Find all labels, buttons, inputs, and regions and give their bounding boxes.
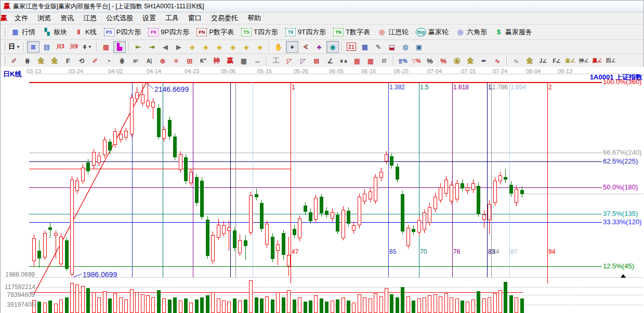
fan-grid-button[interactable]: ⊠: [310, 55, 323, 67]
red-knife-button[interactable]: ✐: [89, 55, 101, 67]
diamond-compress-button[interactable]: ◈: [227, 41, 239, 53]
diamond-full-button[interactable]: ◈: [254, 41, 266, 53]
gann-wheel-button[interactable]: ◎江恩轮: [374, 26, 412, 38]
menu-item-9[interactable]: 帮助: [243, 12, 266, 24]
sectors-button[interactable]: ▚板块: [39, 26, 71, 38]
gold-square-2-button[interactable]: 金: [48, 55, 61, 67]
gold-levels-button[interactable]: 金: [464, 55, 477, 67]
menu-item-1[interactable]: 浏览: [33, 12, 56, 24]
shen-angle-button[interactable]: 神∠: [577, 55, 590, 67]
percent-list-button[interactable]: ≣%: [397, 55, 409, 67]
diamond-expand-button[interactable]: ◈: [240, 41, 253, 53]
clock-button[interactable]: ◔: [102, 55, 115, 67]
p-square-button[interactable]: PSP四方形: [100, 26, 145, 38]
calendar-21-button[interactable]: 21: [345, 41, 358, 53]
a-line-button[interactable]: A|: [143, 55, 155, 67]
period-day-button[interactable]: 日▼: [8, 41, 21, 53]
notes-button[interactable]: ✎: [372, 41, 385, 53]
menu-item-5[interactable]: 设置: [138, 12, 161, 24]
hand-button[interactable]: ✋: [272, 41, 285, 53]
red-wave-button[interactable]: ∿: [491, 55, 504, 67]
menu-item-4[interactable]: 公式选股: [101, 12, 138, 24]
menu-item-6[interactable]: 工具: [161, 12, 183, 24]
four-angle-button[interactable]: 四∠: [604, 55, 617, 67]
slant-lines-button[interactable]: ///: [378, 55, 390, 67]
purple-fan-button[interactable]: ◸: [297, 55, 309, 67]
ink-pen-button[interactable]: ✒: [478, 55, 490, 67]
t-number-button[interactable]: TNT数字表: [330, 26, 374, 38]
percent-button[interactable]: %: [424, 55, 436, 67]
gann-pattern-button[interactable]: ▩: [100, 41, 112, 53]
red-gridbox-button[interactable]: ⊞: [183, 55, 196, 67]
first-page-button[interactable]: ⇤: [132, 41, 144, 53]
gold-square-1-button[interactable]: 金: [35, 55, 47, 67]
ticks-2-button[interactable]: ⋕: [116, 55, 128, 67]
menu-item-3[interactable]: 江恩: [78, 12, 101, 24]
angle-measure-button[interactable]: ∢: [299, 41, 312, 53]
menu-item-2[interactable]: 资讯: [56, 12, 78, 24]
vline-ratio-label: 1.382: [389, 84, 405, 91]
computer-button[interactable]: ▣: [413, 41, 425, 53]
p-number-button[interactable]: PNP数字表: [193, 26, 238, 38]
diamond-hslide-button[interactable]: ◈: [213, 41, 226, 53]
brain-button[interactable]: ◉: [326, 41, 339, 53]
hrange-button[interactable]: ↔: [251, 55, 264, 67]
candle: [450, 185, 453, 201]
f-ruler-button[interactable]: F: [62, 55, 74, 67]
scroll-marker-icon[interactable]: [621, 274, 626, 278]
wave-button[interactable]: ∿: [510, 55, 522, 67]
red-fan-button[interactable]: ◸: [283, 55, 296, 67]
menu-item-8[interactable]: 交易委托: [206, 12, 243, 24]
red-star-button[interactable]: ✳: [170, 55, 182, 67]
red-percent-line-button[interactable]: ▽%: [410, 55, 423, 67]
gold-angle-button[interactable]: 金∠: [564, 55, 576, 67]
p9-square-button[interactable]: P99P四方形: [144, 26, 193, 38]
kline-button[interactable]: ‖K线: [71, 26, 100, 38]
menu-item-0[interactable]: 文件: [10, 12, 33, 24]
tree-button[interactable]: ♣: [313, 41, 325, 53]
red-percent-button[interactable]: %: [437, 55, 450, 67]
k-mark-button[interactable]: K″: [197, 55, 209, 67]
histogram-button[interactable]: ▙: [113, 41, 126, 53]
winner-wheel-button[interactable]: Big赢家轮: [412, 26, 452, 38]
gold-circle-button[interactable]: ㊎: [451, 55, 463, 67]
shen-button[interactable]: 神: [211, 55, 223, 67]
menu-item-7[interactable]: 窗口: [183, 12, 206, 24]
time-ticks-button[interactable]: ⋕: [21, 55, 34, 67]
info-panel-button[interactable]: ▤: [41, 41, 53, 53]
kline-chart-area[interactable]: 日K线 1A0001 上证指数 03-1303-2404-0204-1404-2…: [1, 67, 644, 313]
red-grid-1-button[interactable]: ▦: [351, 55, 363, 67]
winner-service-button[interactable]: $赢家服务: [491, 26, 536, 38]
last-page-button[interactable]: ⇥: [146, 41, 158, 53]
t9-square-button[interactable]: T99T四方形: [282, 26, 330, 38]
red-target-button[interactable]: ⊕: [156, 55, 169, 67]
candle-style-button[interactable]: ǂ▼: [81, 41, 94, 53]
red-grid-2-button[interactable]: ▩: [364, 55, 377, 67]
rays-button[interactable]: ∠: [324, 55, 336, 67]
f-angle-button[interactable]: F∠: [550, 55, 563, 67]
t-square-button[interactable]: TST四方形: [238, 26, 282, 38]
diamond-left-button[interactable]: ◈: [186, 41, 199, 53]
prev-button[interactable]: ◀: [159, 41, 172, 53]
hexagon-button[interactable]: ◎六角形: [452, 26, 491, 38]
ibeam-button[interactable]: 工: [270, 55, 282, 67]
web-data-button[interactable]: ◍: [399, 41, 412, 53]
grid-123-button[interactable]: ▦: [238, 55, 250, 67]
bars-3-button[interactable]: 川3: [54, 41, 67, 53]
bars-9-button[interactable]: 川9: [68, 41, 80, 53]
calculator-button[interactable]: ▦: [359, 41, 371, 53]
n-square-button[interactable]: n²: [129, 55, 142, 67]
diamond-right-button[interactable]: ◈: [200, 41, 212, 53]
crosshair-button[interactable]: +: [286, 41, 298, 53]
save-button[interactable]: ⬓: [386, 41, 398, 53]
zigzag-view-button[interactable]: ≋: [27, 41, 40, 53]
zigzag-v-button[interactable]: ∨∧: [337, 55, 350, 67]
spiral-button[interactable]: ⟲: [75, 55, 88, 67]
next-button[interactable]: ▶: [173, 41, 185, 53]
draw-knife-button[interactable]: ✐: [8, 55, 20, 67]
quotes-button[interactable]: ▦行情: [7, 26, 39, 38]
gold-wave-button[interactable]: 金: [523, 55, 536, 67]
ying-angle-button[interactable]: 赢∠: [591, 55, 603, 67]
j-angle-button[interactable]: J∠: [537, 55, 549, 67]
ying-button[interactable]: 赢: [224, 55, 236, 67]
